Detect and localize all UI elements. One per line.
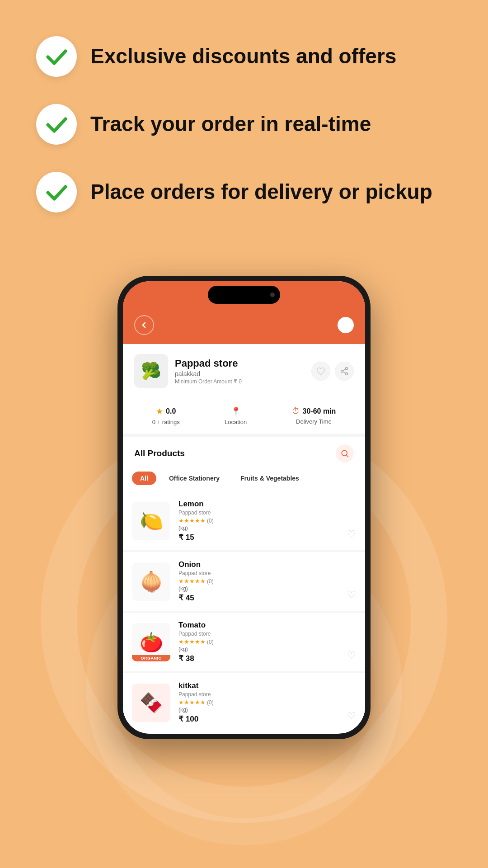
- product-item-onion[interactable]: 🧅 Onion Pappad store ★★★★★ (0) (kg) ₹ 45…: [123, 552, 365, 611]
- favorite-lemon[interactable]: ♡: [347, 528, 356, 540]
- product-item-kitkat[interactable]: 🍫 kitkat Pappad store ★★★★★ (0) (kg) ₹ 1…: [123, 673, 365, 732]
- product-item-tomato[interactable]: 🍅 ORGANIC Tomato Pappad store ★★★★★ (0) …: [123, 613, 365, 671]
- feature-text-3: Place orders for delivery or pickup: [90, 179, 432, 204]
- svg-point-0: [346, 367, 348, 369]
- favorite-kitkat[interactable]: ♡: [347, 710, 356, 722]
- star-icon: ★: [156, 406, 163, 416]
- product-unit-tomato: (kg): [178, 646, 356, 652]
- stars-count-kitkat: (0): [207, 699, 214, 706]
- products-title: All Products: [134, 448, 185, 458]
- products-header: All Products: [123, 434, 365, 467]
- product-stars-tomato: ★★★★★ (0): [178, 638, 356, 645]
- product-name-onion: Onion: [178, 560, 356, 569]
- organic-badge: ORGANIC: [132, 655, 170, 661]
- dynamic-island: [208, 286, 280, 304]
- product-unit-lemon: (kg): [178, 525, 356, 531]
- store-logo: 🥦: [134, 354, 168, 388]
- favorite-onion[interactable]: ♡: [347, 589, 356, 601]
- product-stars-kitkat: ★★★★★ (0): [178, 699, 356, 706]
- product-price-onion: ₹ 45: [178, 593, 356, 603]
- product-unit-onion: (kg): [178, 585, 356, 592]
- location-icon-row: 📍: [231, 406, 241, 416]
- stars-count-onion: (0): [207, 578, 214, 585]
- store-location-text: palakkad: [175, 370, 311, 377]
- store-name: Pappad store: [175, 358, 311, 369]
- svg-point-1: [341, 370, 343, 372]
- store-info: 🥦 Pappad store palakkad Minimum Order Am…: [123, 344, 365, 398]
- checkmark-circle-3: [36, 172, 77, 212]
- favorite-tomato[interactable]: ♡: [347, 650, 356, 661]
- checkmark-circle-1: [36, 36, 77, 77]
- category-tab-stationery[interactable]: Office Stationery: [161, 472, 228, 485]
- category-tabs: All Office Stationery Fruits & Vegetable…: [123, 467, 365, 491]
- phone-container: 🥦 Pappad store palakkad Minimum Order Am…: [0, 276, 488, 739]
- back-button[interactable]: [134, 315, 154, 335]
- delivery-time-value: 30-60 min: [303, 407, 336, 415]
- stars-count-tomato: (0): [207, 639, 214, 645]
- delivery-label: Delivery Time: [296, 418, 332, 425]
- location-label: Location: [225, 419, 247, 425]
- favorite-button[interactable]: [311, 362, 330, 381]
- category-tab-all[interactable]: All: [132, 472, 156, 485]
- stars-kitkat: ★★★★★: [178, 699, 206, 706]
- store-actions: [311, 362, 354, 381]
- location-stat: 📍 Location: [225, 406, 247, 425]
- product-info-lemon: Lemon Pappad store ★★★★★ (0) (kg) ₹ 15: [178, 500, 356, 542]
- stars-onion: ★★★★★: [178, 578, 206, 585]
- svg-line-6: [347, 455, 348, 457]
- feature-item-2: Track your order in real-time: [36, 104, 452, 145]
- product-item-lemon[interactable]: 🍋 Lemon Pappad store ★★★★★ (0) (kg) ₹ 15…: [123, 491, 365, 550]
- product-store-kitkat: Pappad store: [178, 691, 356, 698]
- product-info-onion: Onion Pappad store ★★★★★ (0) (kg) ₹ 45: [178, 560, 356, 603]
- rating-icon-row: ★ 0.0: [156, 406, 176, 416]
- camera-dot: [270, 292, 275, 297]
- phone-inner: 🥦 Pappad store palakkad Minimum Order Am…: [123, 281, 365, 734]
- rating-label: 0 + ratings: [152, 419, 180, 425]
- product-image-lemon: 🍋: [132, 502, 170, 540]
- product-list: 🍋 Lemon Pappad store ★★★★★ (0) (kg) ₹ 15…: [123, 491, 365, 732]
- checkmark-icon-2: [44, 112, 69, 137]
- features-section: Exclusive discounts and offers Track you…: [0, 0, 488, 267]
- product-stars-onion: ★★★★★ (0): [178, 578, 356, 585]
- checkmark-icon-1: [44, 44, 69, 69]
- header-profile: [338, 317, 354, 333]
- svg-point-2: [346, 373, 348, 375]
- phone-mockup: 🥦 Pappad store palakkad Minimum Order Am…: [117, 276, 371, 739]
- product-name-tomato: Tomato: [178, 621, 356, 630]
- category-tab-fruits[interactable]: Fruits & Vegetables: [232, 472, 307, 485]
- stats-row: ★ 0.0 0 + ratings 📍 Location ⏱ 30-60 min: [123, 398, 365, 434]
- feature-item-3: Place orders for delivery or pickup: [36, 172, 452, 212]
- product-info-tomato: Tomato Pappad store ★★★★★ (0) (kg) ₹ 38: [178, 621, 356, 663]
- product-store-onion: Pappad store: [178, 570, 356, 576]
- product-name-kitkat: kitkat: [178, 681, 356, 690]
- share-button[interactable]: [335, 362, 354, 381]
- store-min-order: Minimum Order Amount ₹ 0: [175, 378, 311, 385]
- app-header: [123, 308, 365, 344]
- product-info-kitkat: kitkat Pappad store ★★★★★ (0) (kg) ₹ 100: [178, 681, 356, 724]
- svg-line-3: [343, 372, 346, 373]
- checkmark-icon-3: [44, 180, 69, 205]
- product-image-tomato: 🍅 ORGANIC: [132, 623, 170, 661]
- status-bar: [123, 281, 365, 308]
- feature-item-1: Exclusive discounts and offers: [36, 36, 452, 77]
- search-button[interactable]: [336, 444, 354, 462]
- rating-value: 0.0: [166, 407, 176, 415]
- svg-line-4: [343, 369, 346, 370]
- delivery-stat: ⏱ 30-60 min Delivery Time: [292, 406, 336, 425]
- product-image-kitkat: 🍫: [132, 684, 170, 722]
- store-details: Pappad store palakkad Minimum Order Amou…: [175, 358, 311, 385]
- stars-lemon: ★★★★★: [178, 517, 206, 524]
- feature-text-1: Exclusive discounts and offers: [90, 44, 396, 69]
- product-price-kitkat: ₹ 100: [178, 714, 356, 724]
- feature-text-2: Track your order in real-time: [90, 112, 371, 137]
- delivery-icon-row: ⏱ 30-60 min: [292, 406, 336, 416]
- location-icon: 📍: [231, 406, 241, 416]
- timer-icon: ⏱: [292, 406, 300, 416]
- product-unit-kitkat: (kg): [178, 707, 356, 713]
- product-stars-lemon: ★★★★★ (0): [178, 517, 356, 524]
- product-name-lemon: Lemon: [178, 500, 356, 509]
- stars-tomato: ★★★★★: [178, 638, 206, 645]
- checkmark-circle-2: [36, 104, 77, 145]
- rating-stat: ★ 0.0 0 + ratings: [152, 406, 180, 425]
- product-price-tomato: ₹ 38: [178, 654, 356, 663]
